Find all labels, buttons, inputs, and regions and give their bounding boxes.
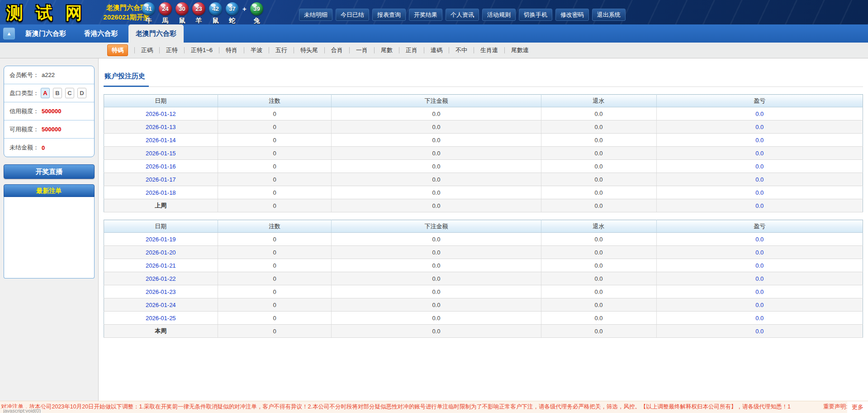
menu-button[interactable]: 报表查询 (372, 9, 406, 21)
table-row: 2026-01-1300.00.00.0 (104, 120, 863, 134)
menu-button[interactable]: 个人资讯 (446, 9, 479, 21)
subnav-item[interactable]: 特头尾 (300, 46, 318, 54)
date-link[interactable]: 2026-01-23 (146, 288, 176, 295)
tab-lottery-active[interactable]: 老澳門六合彩 (128, 24, 184, 43)
date-cell: 2026-01-18 (104, 186, 218, 199)
value-cell: 0.0 (656, 312, 863, 325)
value-cell: 0.0 (541, 272, 656, 285)
divider (134, 47, 135, 53)
tab-lottery[interactable]: 香港六合彩 (73, 24, 128, 43)
unsettled-label: 未结金额： (9, 144, 39, 152)
menu-button[interactable]: 退出系统 (592, 9, 626, 21)
summary-value: 0.0 (332, 325, 541, 338)
date-cell: 2026-01-19 (104, 233, 218, 246)
value-cell: 0.0 (332, 120, 541, 134)
subnav-item[interactable]: 正特 (166, 46, 178, 54)
column-header: 日期 (104, 95, 218, 107)
table-row: 2026-01-2500.00.00.0 (104, 312, 863, 325)
date-link[interactable]: 2026-01-13 (146, 124, 176, 130)
value-cell: 0.0 (332, 246, 541, 259)
value-cell: 0.0 (332, 160, 541, 173)
zodiac-label: 鼠 (174, 17, 190, 24)
date-link[interactable]: 2026-01-25 (146, 315, 176, 322)
date-link[interactable]: 2026-01-15 (146, 150, 176, 157)
subnav-item[interactable]: 特肖 (226, 46, 237, 54)
table-row: 2026-01-2000.00.00.0 (104, 246, 863, 259)
menu-button[interactable]: 今日已结 (336, 9, 369, 21)
subnav-item[interactable]: 五行 (275, 46, 287, 54)
date-link[interactable]: 2026-01-22 (146, 275, 176, 282)
tab-lottery[interactable]: 新澳门六合彩 (18, 24, 73, 43)
date-link[interactable]: 2026-01-12 (146, 110, 176, 117)
table-row: 2026-01-2100.00.00.0 (104, 259, 863, 272)
subnav-item[interactable]: 一肖 (356, 46, 368, 54)
table-row: 2026-01-1900.00.00.0 (104, 233, 863, 246)
handicap-option-D[interactable]: D (77, 88, 86, 98)
date-link[interactable]: 2026-01-20 (146, 249, 176, 256)
value-cell: 0.0 (541, 160, 656, 173)
date-cell: 2026-01-21 (104, 259, 218, 272)
subnav-item[interactable]: 正特1~6 (191, 46, 213, 54)
menu-button[interactable]: 修改密码 (555, 9, 589, 21)
date-link[interactable]: 2026-01-14 (146, 137, 176, 144)
subnav: 特碼正碼正特正特1~6特肖半波五行特头尾合肖一肖尾數正肖連碼不中生肖連尾數連 (0, 43, 868, 58)
handicap-option-A[interactable]: A (41, 88, 50, 98)
subnav-item[interactable]: 尾數 (381, 46, 393, 54)
value-cell: 0.0 (332, 147, 541, 160)
subnav-item[interactable]: 尾數連 (511, 46, 529, 54)
latest-bets-header[interactable]: 最新注单 (4, 184, 95, 197)
browser-status-text: javascript:void(0) (1, 408, 43, 413)
divider (504, 47, 505, 53)
subnav-item[interactable]: 不中 (455, 46, 467, 54)
column-header: 日期 (104, 220, 218, 233)
subnav-item[interactable]: 連碼 (431, 46, 442, 54)
column-header: 盈亏 (656, 95, 863, 107)
date-link[interactable]: 2026-01-18 (146, 189, 176, 196)
value-cell: 0 (218, 246, 332, 259)
date-cell: 2026-01-25 (104, 312, 218, 325)
summary-label: 本周 (104, 325, 218, 338)
plus-sign-icon: + (241, 2, 248, 15)
date-cell: 2026-01-16 (104, 160, 218, 173)
zodiac-label: 馬 (157, 17, 174, 24)
subnav-item[interactable]: 合肖 (331, 46, 343, 54)
available-value: 500000 (42, 126, 61, 133)
subnav-item[interactable]: 半波 (251, 46, 262, 54)
available-label: 可用额度： (9, 125, 39, 134)
menu-button[interactable]: 切换手机 (519, 9, 552, 21)
handicap-option-B[interactable]: B (53, 88, 62, 98)
value-cell: 0.0 (541, 285, 656, 298)
subnav-item[interactable]: 正碼 (141, 46, 153, 54)
date-link[interactable]: 2026-01-16 (146, 163, 176, 170)
date-link[interactable]: 2026-01-21 (146, 262, 176, 269)
subnav-item[interactable]: 生肖連 (480, 46, 498, 54)
lottery-ball-item: 39兔 (248, 2, 265, 24)
collapse-arrow-button[interactable]: ▲ (3, 28, 15, 39)
main-content: 账户投注历史 日期注数下注金额退水盈亏2026-01-1200.00.00.02… (99, 58, 868, 401)
menu-button[interactable]: 开奖结果 (409, 9, 442, 21)
menu-button[interactable]: 活动规则 (482, 9, 516, 21)
summary-row: 上周00.00.00.0 (104, 199, 863, 212)
date-link[interactable]: 2026-01-19 (146, 236, 176, 243)
live-draw-button[interactable]: 开奖直播 (4, 164, 95, 179)
date-link[interactable]: 2026-01-17 (146, 176, 176, 183)
column-header: 盈亏 (656, 220, 863, 233)
latest-bets-body (4, 197, 95, 279)
subnav-item[interactable]: 特碼 (107, 44, 128, 56)
table-row: 2026-01-2200.00.00.0 (104, 272, 863, 285)
column-header: 注数 (218, 220, 332, 233)
menu-button[interactable]: 未结明细 (299, 9, 332, 21)
divider (474, 47, 474, 53)
more-link[interactable]: 更多 (847, 401, 868, 413)
account-info-panel: 会员帐号： a222 盘口类型： ABCD 信用额度： 500000 可用额度：… (4, 66, 95, 157)
lottery-tabs: 新澳门六合彩香港六合彩老澳門六合彩 (18, 24, 868, 43)
marquee-text: 对冲注单，故本公司2023年10月20日开始做以下调整：1.采取在开奖前一律无条… (1, 403, 791, 411)
divider (324, 47, 325, 53)
value-cell: 0.0 (656, 160, 863, 173)
account-row: 会员帐号： a222 (4, 66, 94, 84)
column-header: 退水 (541, 95, 656, 107)
date-link[interactable]: 2026-01-24 (146, 302, 176, 308)
subnav-item[interactable]: 正肖 (406, 46, 417, 54)
handicap-option-C[interactable]: C (65, 88, 74, 98)
lottery-tabbar: ▲ 新澳门六合彩香港六合彩老澳門六合彩 (0, 24, 868, 43)
